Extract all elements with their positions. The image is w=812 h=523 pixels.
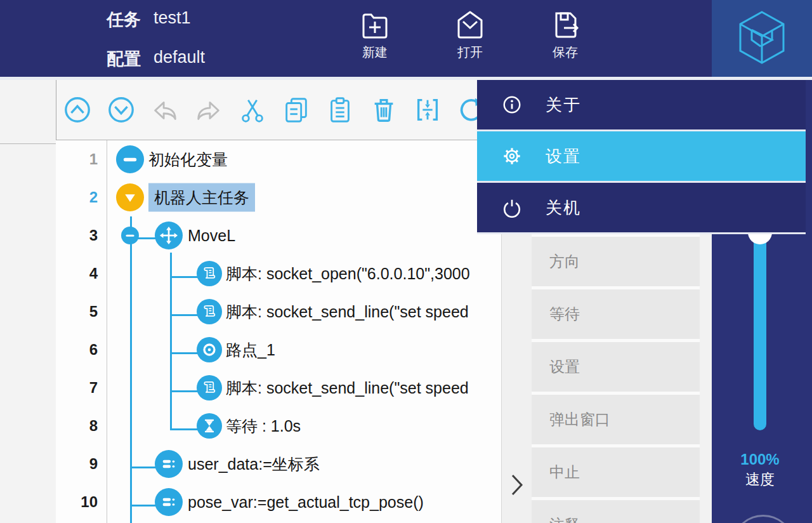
toolbar-merge-icon[interactable] (413, 95, 442, 124)
menu-item-关于[interactable]: 关于 (477, 80, 806, 129)
menu-item-关机[interactable]: 关机 (477, 183, 806, 232)
toolbar-collapse-up-icon[interactable] (63, 95, 92, 124)
speed-percent: 100% (712, 451, 808, 468)
command-button-设置[interactable]: 设置 (532, 342, 700, 392)
tree-row-3[interactable]: 3MoveL (56, 216, 501, 255)
line-number: 7 (56, 369, 98, 407)
wait-icon (197, 413, 222, 439)
tree-row-10[interactable]: 10pose_var:=get_actual_tcp_pose() (56, 483, 501, 521)
line-number: 2 (56, 178, 98, 216)
program-tree: 1初始化变量2机器人主任务3MoveL4脚本: socket_open("6.0… (56, 140, 501, 523)
tree-row-2[interactable]: 2机器人主任务 (56, 178, 501, 216)
new-file-icon (357, 6, 393, 42)
copy-icon (282, 95, 311, 124)
chevron-right-icon[interactable] (509, 473, 525, 500)
tree-row-6[interactable]: 6路点_1 (56, 331, 501, 369)
assign-icon (157, 453, 180, 475)
cut-icon (238, 95, 267, 124)
gear-icon (502, 146, 522, 166)
top-bar: 任务 test1 配置 default 新建打开保存 (0, 0, 812, 77)
command-button-方向[interactable]: 方向 (532, 237, 700, 286)
delete-icon (369, 95, 398, 124)
config-label: 配置 (107, 48, 141, 70)
menu-item-label: 关机 (546, 197, 581, 219)
gear-icon (501, 145, 523, 167)
topbar-action-label: 打开 (457, 44, 483, 61)
line-number: 9 (56, 445, 98, 483)
topbar-action-label: 新建 (362, 44, 388, 61)
assign-icon (155, 450, 183, 478)
toolbar-paste-icon[interactable] (325, 95, 355, 124)
toolbar-cut-icon[interactable] (238, 95, 267, 124)
save-icon (547, 6, 583, 42)
tree-row-label: 脚本: socket_send_line("set speed (226, 378, 469, 399)
move-icon (157, 224, 180, 247)
waypoint-icon (197, 337, 222, 362)
command-button-注释[interactable]: 注释 (532, 500, 700, 523)
toolbar-copy-icon[interactable] (282, 95, 311, 124)
tree-row-label: 路点_1 (226, 340, 275, 361)
left-rail-divider (0, 143, 56, 144)
speed-slider-track[interactable] (754, 225, 766, 430)
command-button-中止[interactable]: 中止 (532, 447, 700, 497)
main-menu-button[interactable] (712, 0, 812, 77)
triangle-down-icon (119, 186, 141, 209)
jog-dial[interactable] (731, 515, 795, 523)
tree-row-label: 等待 : 1.0s (226, 416, 301, 437)
script-icon (197, 299, 222, 324)
toolbar-undo-icon[interactable] (150, 95, 180, 124)
toolbar-expand-down-icon[interactable] (107, 95, 136, 124)
line-number: 8 (56, 407, 98, 445)
left-rail (0, 80, 56, 523)
line-number: 10 (56, 483, 98, 521)
menu-item-label: 关于 (546, 94, 581, 116)
tree-row-label: 机器人主任务 (148, 183, 255, 212)
info-icon (501, 94, 523, 116)
merge-icon (413, 95, 442, 124)
tree-row-5[interactable]: 5脚本: socket_send_line("set speed (56, 293, 501, 331)
minus-node-icon (116, 145, 144, 173)
script-icon (199, 378, 219, 398)
command-list: 方向等待设置弹出窗口中止注释 (532, 237, 700, 523)
topbar-action-新建[interactable]: 新建 (348, 6, 402, 72)
expand-down-icon (107, 95, 136, 124)
line-number: 3 (56, 216, 98, 255)
paste-icon (325, 95, 355, 124)
collapse-up-icon (63, 95, 92, 124)
tree-row-label: pose_var:=get_actual_tcp_pose() (188, 493, 424, 512)
toolbar-delete-icon[interactable] (369, 95, 398, 124)
task-label: 任务 (107, 8, 141, 31)
tree-row-7[interactable]: 7脚本: socket_send_line("set speed (56, 369, 501, 407)
command-button-等待[interactable]: 等待 (532, 289, 700, 339)
topbar-actions: 新建打开保存 (348, 6, 593, 72)
app-window: 任务 test1 配置 default 新建打开保存 (0, 0, 812, 523)
app-menu-dropdown: 关于 设置 关机 (477, 80, 806, 234)
command-button-弹出窗口[interactable]: 弹出窗口 (532, 395, 700, 444)
config-value: default (154, 48, 205, 67)
tree-row-4[interactable]: 4脚本: socket_open("6.0.0.10",3000 (56, 255, 501, 293)
menu-item-label: 设置 (546, 145, 581, 168)
script-icon (197, 261, 222, 286)
menu-item-设置[interactable]: 设置 (477, 131, 806, 181)
edit-toolbar (56, 80, 501, 140)
waypoint-icon (199, 340, 219, 360)
script-icon (199, 301, 219, 322)
triangle-down-icon (116, 183, 144, 211)
power-icon (501, 197, 523, 218)
topbar-action-打开[interactable]: 打开 (443, 6, 497, 72)
tree-row-label: 初始化变量 (148, 149, 228, 170)
topbar-action-保存[interactable]: 保存 (538, 6, 593, 72)
script-icon (197, 375, 222, 401)
toolbar-redo-icon[interactable] (194, 95, 223, 124)
tree-row-9[interactable]: 9user_data:=坐标系 (56, 445, 501, 483)
script-icon (199, 263, 219, 284)
tree-row-label: 脚本: socket_send_line("set speed (226, 301, 469, 322)
collapse-toggle-icon[interactable] (121, 227, 139, 244)
move-icon (155, 222, 183, 249)
minus-node-icon (119, 148, 141, 171)
tree-row-1[interactable]: 1初始化变量 (56, 140, 501, 178)
topbar-action-label: 保存 (553, 44, 578, 61)
tree-row-8[interactable]: 8等待 : 1.0s (56, 407, 501, 445)
speed-label: 速度 (712, 470, 808, 489)
redo-icon (194, 95, 223, 124)
